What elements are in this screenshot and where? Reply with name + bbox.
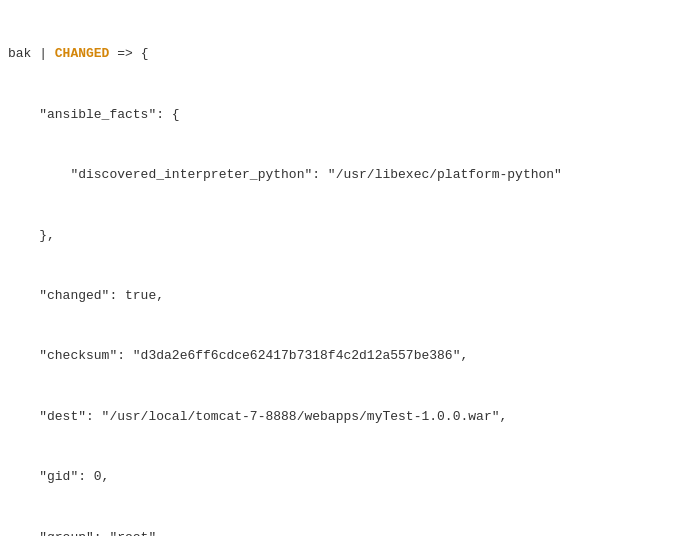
line-3: "discovered_interpreter_python": "/usr/l… (8, 165, 673, 185)
line6-text: "checksum": "d3da2e6ff6cdce62417b7318f4c… (8, 348, 468, 363)
line-1: bak | CHANGED => { (8, 44, 673, 64)
line5-text: "changed": true, (8, 288, 164, 303)
line1-changed-badge: CHANGED (55, 46, 110, 61)
line4-text: }, (8, 228, 55, 243)
line-7: "dest": "/usr/local/tomcat-7-8888/webapp… (8, 407, 673, 427)
line-6: "checksum": "d3da2e6ff6cdce62417b7318f4c… (8, 346, 673, 366)
line7-text: "dest": "/usr/local/tomcat-7-8888/webapp… (8, 409, 507, 424)
line3-text: "discovered_interpreter_python": "/usr/l… (8, 167, 562, 182)
line8-text: "gid": 0, (8, 469, 109, 484)
line1-suffix: => { (109, 46, 148, 61)
terminal-output: bak | CHANGED => { "ansible_facts": { "d… (0, 0, 681, 536)
line9-text: "group": "root", (8, 530, 164, 536)
line2-text: "ansible_facts": { (8, 107, 180, 122)
line-2: "ansible_facts": { (8, 105, 673, 125)
line-4: }, (8, 226, 673, 246)
line1-prefix: bak | (8, 46, 55, 61)
line-9: "group": "root", (8, 528, 673, 536)
line-5: "changed": true, (8, 286, 673, 306)
line-8: "gid": 0, (8, 467, 673, 487)
